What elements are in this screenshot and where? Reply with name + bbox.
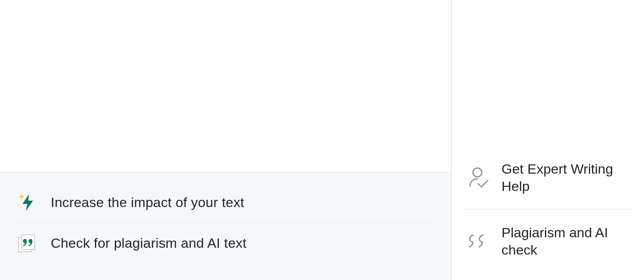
person-check-icon	[466, 165, 491, 190]
svg-point-2	[473, 168, 482, 177]
sidebar-item-expert-help[interactable]: Get Expert Writing Help	[464, 146, 632, 209]
suggestion-plagiarism-label: Check for plagiarism and AI text	[51, 235, 246, 251]
sidebar-item-plagiarism-check[interactable]: Plagiarism and AI check	[464, 209, 632, 273]
sidebar-item-expert-help-label: Get Expert Writing Help	[502, 160, 632, 195]
sidebar: Get Expert Writing Help Plagiarism and A…	[451, 0, 644, 280]
editor-area[interactable]	[0, 0, 451, 172]
app-layout: Increase the impact of your text	[0, 0, 644, 280]
suggestion-plagiarism[interactable]: Check for plagiarism and AI text	[16, 222, 435, 263]
sidebar-item-plagiarism-check-label: Plagiarism and AI check	[502, 224, 632, 258]
suggestion-impact[interactable]: Increase the impact of your text	[16, 182, 435, 222]
quote-icon	[466, 229, 491, 254]
suggestion-panel: Increase the impact of your text	[0, 172, 451, 280]
quote-document-icon	[16, 232, 39, 254]
suggestion-impact-label: Increase the impact of your text	[51, 195, 244, 210]
lightning-icon	[16, 191, 39, 214]
suggestion-list: Increase the impact of your text	[0, 182, 451, 263]
main-column: Increase the impact of your text	[0, 0, 451, 280]
